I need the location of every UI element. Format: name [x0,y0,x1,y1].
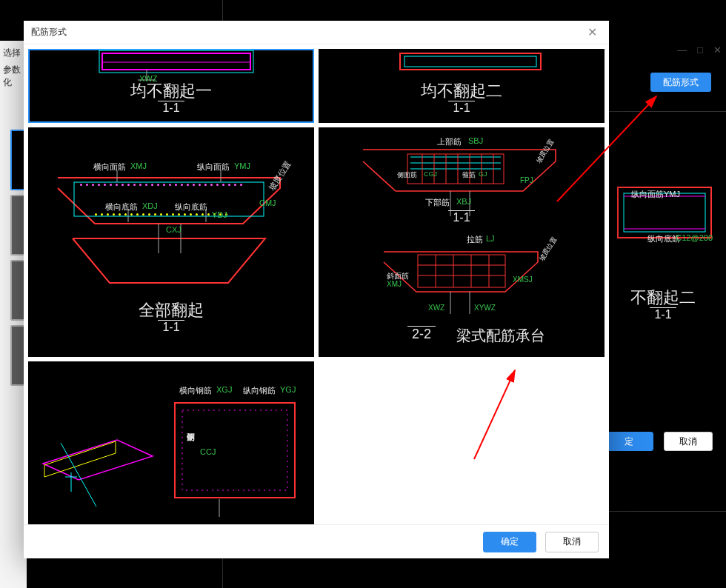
parent-maximize-button[interactable]: □ [697,44,703,56]
rebar-style-button[interactable]: 配筋形式 [650,73,711,92]
right-preview-ymj: 纵向面筋YMJ [631,189,680,200]
tile1-title: 均不翻起一 [28,80,314,102]
t3-v-bot: 纵向底筋 [175,201,207,213]
svg-rect-45 [175,403,295,498]
right-preview-sub: 1-1 [650,307,676,321]
svg-rect-10 [404,56,536,67]
left-label-select: 选择 [0,47,27,59]
right-preview-title: 不翻起二 [607,287,719,309]
t4-xywz: XYWZ [474,304,496,312]
dialog-titlebar: 配筋形式 ✕ [24,21,609,44]
tile3-sub: 1-1 [158,320,184,334]
t4-stirrup-code: GJ [479,170,487,178]
dialog-ok-button[interactable]: 确定 [483,532,536,552]
rebar-style-button-label: 配筋形式 [663,76,699,89]
style-tile-beam-cap[interactable]: 上部筋 SBJ 侧面筋 CGJ 箍筋 GJ FPJ 下部筋 XBJ 坡度位置 坡… [319,127,605,357]
right-preview-c12: C12@200 [676,233,713,242]
t5-h-code: XGJ [216,385,232,394]
style-tile-all-bend[interactable]: 横向面筋 XMJ 纵向面筋 YMJ 横向底筋 XDJ 纵向底筋 YDJ CMJ … [28,127,314,357]
t4-xwz: XWZ [428,304,444,312]
svg-rect-31 [418,255,505,287]
t4-side: 侧面筋 [397,170,417,180]
t3-v-top-code: YMJ [234,161,250,170]
t4-side-code: CGJ [424,170,437,178]
t3-h-top-code: XMJ [130,161,147,170]
dialog-body: XWZ 均不翻起一 1-1 均不翻起二 1-1 [24,44,609,524]
parent-window-controls: — □ ✕ [677,44,722,56]
tile1-sub: 1-1 [158,101,184,115]
left-label-param: 参数化 [0,64,27,89]
rebar-style-dialog: 配筋形式 ✕ XWZ 均不翻起一 1-1 [24,21,609,558]
svg-rect-11 [74,182,264,216]
style-tile-no-bend-2[interactable]: 均不翻起二 1-1 [319,49,605,123]
t4-top: 上部筋 [437,136,462,147]
t5-v-code: YGJ [280,385,296,394]
t4-xm-code: XMJ [387,280,402,288]
t4-fpj: FPJ [520,176,533,184]
t4-tie-code: LJ [486,234,495,243]
t3-h-bot: 横向底筋 [105,201,138,213]
t4-stirrup: 箍筋 [462,170,476,180]
tile2-sub: 1-1 [448,101,474,115]
t3-v-top: 纵向面筋 [197,161,230,173]
t3-h-bot-code: XDJ [142,201,158,210]
svg-rect-4 [102,53,250,70]
t4-bottom: 下部筋 [425,197,450,208]
parent-ok-label: 定 [625,435,633,448]
t5-ccj: CCJ [200,447,216,456]
dialog-footer: 确定 取消 [24,524,609,558]
t5-h: 横向钢筋 [179,385,212,396]
t3-h-top: 横向面筋 [93,161,126,173]
tile3-title: 全部翻起 [28,299,314,321]
dialog-close-button[interactable]: ✕ [583,24,602,41]
style-tile-no-bend-1[interactable]: XWZ 均不翻起一 1-1 [28,49,314,123]
t5-v: 纵向钢筋 [243,385,276,396]
parent-cancel-button[interactable]: 取消 [664,432,713,451]
t4-top-code: SBJ [468,136,483,145]
t3-cxj: CXJ [166,225,182,234]
t4-sec2: 2-2 [407,326,436,342]
t3-cmj: CMJ [259,198,276,207]
dialog-cancel-label: 取消 [563,535,581,548]
parent-close-button[interactable]: ✕ [713,44,722,56]
parent-ok-button[interactable]: 定 [605,432,653,451]
t4-xmsj: XMSJ [513,275,533,284]
t4-tie: 拉筋 [467,234,483,245]
svg-rect-9 [400,53,541,70]
t3-v-bot-code: YDJ [212,210,227,219]
t4-sec1: 1-1 [448,210,474,224]
dialog-cancel-button[interactable]: 取消 [545,532,599,552]
parent-cancel-label: 取消 [679,435,697,448]
t4-caption: 梁式配筋承台 [456,326,545,346]
svg-rect-46 [182,410,287,490]
style-tile-empty [319,361,605,524]
dialog-ok-label: 确定 [501,535,519,548]
left-panel: 选择 参数化 [0,41,27,588]
dialog-title: 配筋形式 [31,26,67,39]
style-tile-plain-cap[interactable]: 横向钢筋 XGJ 纵向钢筋 YGJ 侧面钢筋 CCJ [28,361,314,524]
t4-bottom-code: XBJ [456,197,471,206]
tile2-title: 均不翻起二 [319,80,605,102]
parent-minimize-button[interactable]: — [677,44,687,56]
parent-footer-buttons: 定 取消 [605,432,713,451]
right-preview: 纵向面筋YMJ 纵向底筋 C12@200 不翻起二 1-1 [607,174,719,337]
